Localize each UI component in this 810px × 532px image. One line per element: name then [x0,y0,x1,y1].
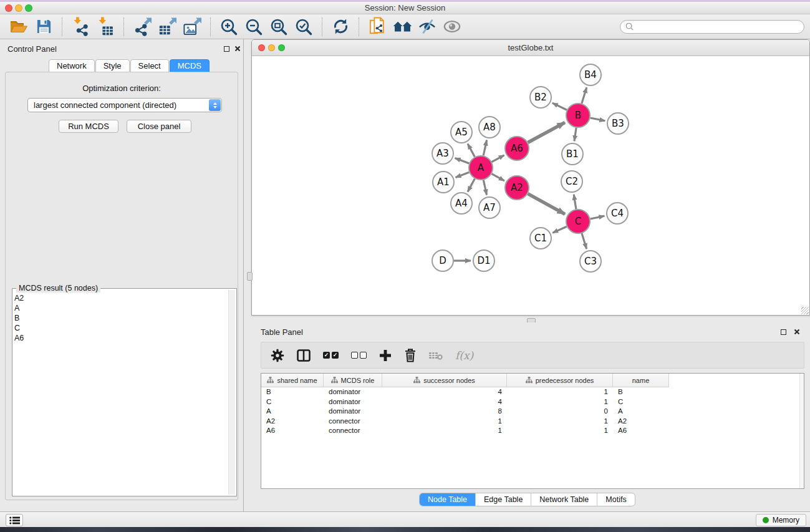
table-settings-button[interactable] [271,349,284,362]
table-cell[interactable]: A2 [613,417,669,427]
tab-mcds[interactable]: MCDS [170,59,210,72]
tab-edge-table[interactable]: Edge Table [475,493,531,506]
export-image-button[interactable] [180,16,205,38]
graph-edge-A-A2[interactable] [492,174,504,181]
tab-network-table[interactable]: Network Table [531,493,597,506]
tab-motifs[interactable]: Motifs [597,493,634,506]
graph-edge-C-C3[interactable] [582,233,587,249]
table-cell[interactable]: 4 [382,387,507,397]
graph-edge-A-A1[interactable] [456,172,470,177]
delete-table-button[interactable] [429,351,443,360]
graph-edge-C-C1[interactable] [552,226,567,233]
deselect-all-rows-button[interactable] [351,352,367,359]
graph-edge-A6-B[interactable] [528,122,565,142]
tab-style[interactable]: Style [95,59,130,72]
graph-edge-A2-C[interactable] [528,194,566,215]
memory-button[interactable]: Memory [756,514,806,526]
graph-edge-A-A5[interactable] [468,143,475,157]
vertical-splitter-handle[interactable] [247,272,253,281]
table-cell[interactable]: A [261,407,324,417]
graph-edge-A-A8[interactable] [483,140,486,156]
table-cell[interactable]: dominator [324,387,382,397]
table-cell[interactable]: 4 [382,397,507,407]
table-cell[interactable]: dominator [324,407,382,417]
export-table-button[interactable] [155,16,180,38]
graph-edge-A-A4[interactable] [468,179,475,192]
table-cell[interactable]: A6 [261,426,324,436]
mcds-result-scrollbar[interactable] [228,290,235,495]
table-cell[interactable]: connector [324,417,382,427]
graph-edge-B-B2[interactable] [552,103,567,110]
select-all-rows-button[interactable]: ✓ ✓ [323,352,339,359]
tab-select[interactable]: Select [130,59,169,72]
table-row[interactable]: A6connector11A6 [261,426,804,436]
zoom-in-button[interactable] [216,16,241,38]
zoom-out-button[interactable] [241,16,266,38]
table-cell[interactable]: 1 [507,397,613,407]
table-cell[interactable]: A6 [613,426,669,436]
table-cell[interactable]: 8 [382,407,507,417]
network-zoom-traffic-light[interactable] [278,44,285,51]
tab-network[interactable]: Network [49,59,95,72]
graph-edge-A-A6[interactable] [492,155,504,162]
network-minimize-traffic-light[interactable] [268,44,275,51]
table-row[interactable]: A2connector11A2 [261,417,804,427]
column-visibility-button[interactable] [297,349,311,362]
table-cell[interactable]: C [613,397,669,407]
table-cell[interactable]: 1 [507,417,613,427]
column-header[interactable]: MCDS role [324,374,382,387]
table-cell[interactable]: B [613,387,669,397]
table-cell[interactable]: 1 [382,417,507,427]
column-header[interactable]: successor nodes [382,374,507,387]
control-panel-float-button[interactable] [222,44,231,53]
graph-edge-B-B1[interactable] [574,128,576,141]
table-cell[interactable]: 1 [382,426,507,436]
home-layout-button[interactable] [390,16,415,38]
zoom-traffic-light[interactable] [25,4,32,12]
table-panel-close-button[interactable] [793,327,801,336]
table-cell[interactable]: connector [324,426,382,436]
table-cell[interactable]: A2 [261,417,324,427]
show-graphics-details-button[interactable] [440,16,465,38]
tab-node-table[interactable]: Node Table [420,493,475,506]
table-cell[interactable]: A [613,407,669,417]
clone-network-button[interactable] [365,16,390,38]
column-header[interactable]: predecessor nodes [507,374,613,387]
close-traffic-light[interactable] [5,4,12,12]
network-canvas[interactable]: AA1A2A3A4A5A6A7A8BB1B2B3B4CC1C2C3C4DD1 [252,56,809,315]
table-cell[interactable]: 1 [507,387,613,397]
table-row[interactable]: Adominator80A [261,407,804,417]
graph-edge-A-A7[interactable] [483,180,486,195]
table-cell[interactable]: 0 [507,407,613,417]
mcds-result-item[interactable]: A [14,303,226,313]
table-cell[interactable]: dominator [324,397,382,407]
mcds-result-item[interactable]: C [14,323,226,333]
delete-column-button[interactable] [404,348,417,362]
open-file-button[interactable] [6,16,31,38]
table-cell[interactable]: C [261,397,324,407]
export-network-button[interactable] [130,16,155,38]
search-input[interactable] [637,22,799,31]
graph-edge-B-B4[interactable] [582,87,587,104]
import-network-button[interactable] [68,16,93,38]
graph-edge-C-C2[interactable] [574,195,576,210]
network-close-traffic-light[interactable] [258,44,265,51]
column-header[interactable]: name [613,374,669,387]
task-history-button[interactable] [6,514,23,526]
mcds-result-item[interactable]: A2 [14,293,226,303]
window-resize-grip[interactable] [801,307,809,314]
mcds-result-item[interactable]: B [14,313,226,323]
criterion-select[interactable]: largest connected component (directed) [27,98,222,112]
save-session-button[interactable] [31,16,56,38]
minimize-traffic-light[interactable] [15,4,22,12]
add-column-button[interactable] [379,349,392,362]
zoom-selected-button[interactable] [291,16,316,38]
graph-edge-B-B3[interactable] [591,118,605,121]
zoom-fit-button[interactable] [266,16,291,38]
table-panel-float-button[interactable] [779,327,788,336]
refresh-layout-button[interactable] [328,16,353,38]
control-panel-close-button[interactable] [233,44,242,53]
column-header[interactable]: shared name [261,374,324,387]
hide-graphics-details-button[interactable] [415,16,440,38]
table-scrollbar[interactable] [799,374,804,488]
